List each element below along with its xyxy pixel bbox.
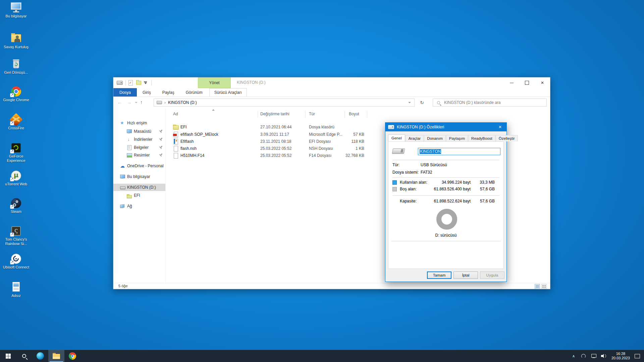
column-separator[interactable] bbox=[305, 111, 306, 118]
file-row[interactable]: flash.nsh 25.03.2022 05:52 NSH Dosyası 1… bbox=[166, 145, 380, 152]
steam-icon bbox=[10, 197, 22, 209]
tab-readyboost[interactable]: ReadyBoost bbox=[468, 135, 495, 141]
tab-view[interactable]: Görünüm bbox=[180, 88, 208, 97]
file-row[interactable]: EFI 27.10.2021 06:44 Dosya klasörü bbox=[166, 124, 380, 131]
taskbar-chrome-button[interactable] bbox=[64, 350, 80, 362]
taskbar-search-button[interactable] bbox=[16, 350, 32, 362]
new-folder-quick-icon[interactable] bbox=[136, 81, 141, 85]
desktop-icon-crossfire[interactable]: CrossFire bbox=[0, 114, 32, 130]
tab-file[interactable]: Dosya bbox=[113, 88, 137, 97]
minimize-button[interactable] bbox=[504, 77, 519, 88]
column-separator[interactable] bbox=[367, 111, 367, 118]
desktop-icon-steam[interactable]: Steam bbox=[0, 197, 32, 214]
address-dropdown-icon[interactable] bbox=[408, 102, 411, 103]
desktop-icon-ubisoft[interactable]: Ubisoft Connect bbox=[0, 253, 32, 269]
ribbon-tabs: Dosya Giriş Paylaş Görünüm Sürücü Araçla… bbox=[113, 88, 550, 97]
column-header-name[interactable]: Ad bbox=[173, 112, 178, 116]
desktop-icon-untitled[interactable]: Adsız bbox=[0, 282, 32, 298]
separator bbox=[392, 195, 499, 196]
utorrent-icon: µ bbox=[10, 170, 22, 181]
thumbnails-view-icon[interactable] bbox=[541, 284, 547, 289]
clock-date: 20.03.2023 bbox=[611, 356, 630, 360]
file-row[interactable]: H510MH.F14 25.03.2022 05:52 F14 Dosyası … bbox=[166, 152, 380, 159]
sidebar-item-quick-access[interactable]: Hızlı erişim bbox=[113, 119, 165, 127]
explorer-titlebar: Yönet KINGSTON (D:) bbox=[113, 77, 550, 88]
network-tray-icon[interactable] bbox=[589, 350, 599, 362]
ok-button[interactable]: Tamam bbox=[427, 272, 451, 279]
tab-share[interactable]: Paylaş bbox=[157, 88, 180, 97]
sidebar-item-kingston-drive[interactable]: KINGSTON (D:) bbox=[113, 184, 165, 191]
sidebar-item-efi[interactable]: EFI bbox=[113, 192, 165, 199]
chevron-right-icon[interactable] bbox=[164, 100, 166, 105]
user-folder-icon bbox=[10, 33, 22, 44]
taskbar-clock[interactable]: 16:28 20.03.2023 bbox=[609, 352, 633, 360]
action-center-icon[interactable] bbox=[635, 354, 640, 358]
column-header-size[interactable]: Boyut bbox=[349, 112, 359, 116]
taskbar-edge-button[interactable] bbox=[32, 350, 48, 362]
desktop-icon-label: Ubisoft Connect bbox=[0, 265, 32, 269]
close-button[interactable] bbox=[535, 77, 550, 88]
sidebar-item-documents[interactable]: Belgeler bbox=[113, 144, 165, 151]
sort-ascending-icon bbox=[212, 109, 215, 111]
free-space-size: 57,6 GB bbox=[480, 187, 495, 191]
apply-button[interactable]: Uygula bbox=[480, 272, 504, 279]
tab-home[interactable]: Giriş bbox=[137, 88, 157, 97]
refresh-icon[interactable] bbox=[417, 99, 427, 107]
manage-tab[interactable]: Yönet bbox=[198, 77, 231, 88]
tab-drive-tools[interactable]: Sürücü Araçları bbox=[209, 88, 247, 97]
sidebar-item-this-pc[interactable]: Bu bilgisayar bbox=[113, 173, 165, 180]
item-count: 5 öğe bbox=[118, 284, 128, 288]
volume-tray-icon[interactable] bbox=[599, 350, 609, 362]
taskbar-explorer-button[interactable] bbox=[48, 350, 64, 362]
pin-icon bbox=[158, 129, 164, 134]
close-icon[interactable] bbox=[494, 123, 506, 131]
search-input[interactable]: KINGSTON (D:) klasöründe ara bbox=[433, 99, 547, 107]
forward-icon[interactable] bbox=[127, 100, 131, 105]
sync-tray-icon[interactable] bbox=[579, 350, 589, 362]
desktop-icon-recycle-bin[interactable]: Geri Dönüşü... bbox=[0, 58, 32, 75]
tab-hardware[interactable]: Donanım bbox=[424, 135, 446, 141]
details-view-icon[interactable] bbox=[535, 284, 540, 289]
tab-tools[interactable]: Araçlar bbox=[406, 135, 424, 141]
used-space-legend-swatch bbox=[392, 180, 397, 185]
desktop-icon-geforce[interactable]: GeForce Experience bbox=[0, 142, 32, 163]
breadcrumb-location[interactable]: KINGSTON (D:) bbox=[168, 100, 197, 105]
column-header-type[interactable]: Tür bbox=[309, 112, 315, 116]
history-dropdown-icon[interactable] bbox=[135, 102, 138, 103]
properties-quick-icon[interactable] bbox=[128, 80, 133, 85]
address-bar[interactable]: KINGSTON (D:) bbox=[154, 99, 415, 107]
file-row[interactable]: Efiflash 23.11.2021 08:18 EFI Dosyası 11… bbox=[166, 138, 380, 145]
chrome-icon bbox=[69, 352, 76, 360]
desktop-icon-user-folder[interactable]: Savaş Kurtuluş bbox=[0, 33, 32, 49]
sidebar-item-downloads[interactable]: İndirilenler bbox=[113, 136, 165, 143]
capacity-bytes: 61.898.522.624 bayt bbox=[434, 199, 471, 203]
desktop-icon-rainbow-six[interactable]: ς Tom Clancy's Rainbow Si... bbox=[0, 225, 32, 246]
tab-sharing[interactable]: Paylaşım bbox=[446, 135, 468, 141]
sidebar-item-network[interactable]: Ağ bbox=[113, 202, 165, 210]
sidebar-item-pictures[interactable]: Resimler bbox=[113, 152, 165, 159]
file-row[interactable]: efiflash SOP_MElock 3.09.2021 11:17 Micr… bbox=[166, 131, 380, 138]
desktop-icon-utorrent[interactable]: µ uTorrent Web bbox=[0, 170, 32, 186]
pin-icon bbox=[158, 145, 164, 150]
sidebar-item-onedrive[interactable]: OneDrive - Personal bbox=[113, 162, 165, 170]
tab-general[interactable]: Genel bbox=[388, 134, 405, 142]
up-icon[interactable] bbox=[140, 100, 143, 105]
start-button[interactable] bbox=[0, 350, 16, 362]
volume-label-input[interactable]: KINGSTON bbox=[418, 148, 500, 155]
cancel-button[interactable]: İptal bbox=[453, 272, 478, 279]
selected-text: KINGSTON bbox=[420, 149, 441, 154]
star-icon bbox=[120, 121, 125, 125]
desktop-icon-this-pc[interactable]: Bu bilgisayar bbox=[0, 2, 32, 18]
tab-customize[interactable]: Özelleştir bbox=[496, 135, 518, 141]
column-header-modified[interactable]: Değiştirme tarihi bbox=[260, 112, 289, 116]
sidebar-item-desktop[interactable]: Masaüstü bbox=[113, 128, 165, 135]
column-separator[interactable] bbox=[258, 111, 258, 118]
maximize-button[interactable] bbox=[519, 77, 535, 88]
tray-expand-icon[interactable] bbox=[569, 350, 579, 362]
customize-quick-access-icon[interactable] bbox=[144, 81, 147, 84]
used-space-bytes: 34.996.224 bayt bbox=[442, 180, 471, 185]
dialog-title: KINGSTON (D:) Özellikleri bbox=[397, 125, 444, 129]
desktop-icon-chrome[interactable]: Google Chrome bbox=[0, 86, 32, 102]
back-icon[interactable] bbox=[117, 100, 122, 105]
column-separator[interactable] bbox=[344, 111, 345, 118]
